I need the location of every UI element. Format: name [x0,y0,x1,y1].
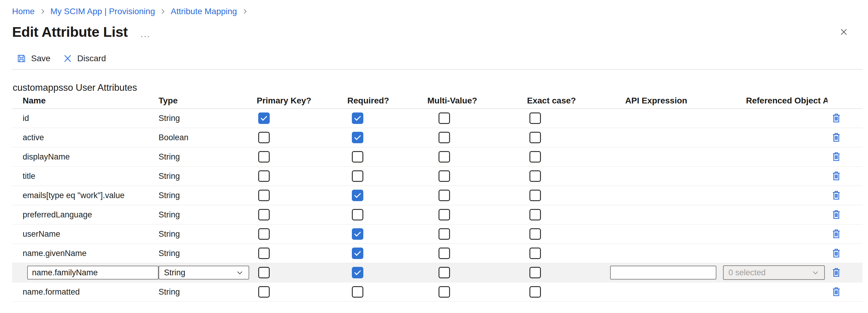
required-checkbox[interactable] [352,228,363,240]
attribute-name-cell: active [12,128,159,147]
multi-value-checkbox-cell [427,128,527,147]
trash-icon [831,132,842,143]
multi-value-checkbox[interactable] [438,112,450,124]
required-checkbox[interactable] [352,170,363,182]
delete-attribute-button[interactable] [830,247,842,260]
delete-attribute-button[interactable] [830,208,842,221]
delete-attribute-button[interactable] [830,112,842,125]
api-expression-cell [610,109,722,128]
primary-key-checkbox[interactable] [258,248,270,259]
attribute-row: name.givenNameString [12,244,863,263]
api-expression-cell [610,205,722,224]
multi-value-checkbox[interactable] [438,209,450,220]
required-checkbox[interactable] [352,267,363,278]
attribute-name-input[interactable] [27,266,159,280]
column-header-name: Name [12,96,159,106]
exact-case-checkbox[interactable] [529,151,541,163]
primary-key-checkbox[interactable] [258,170,270,182]
attribute-type-cell: Boolean [159,128,257,147]
attribute-type: Boolean [159,133,188,142]
required-checkbox[interactable] [352,248,363,259]
referenced-object-select[interactable]: 0 selected [723,265,825,280]
chevron-right-icon [39,8,46,15]
row-actions-cell [828,186,863,205]
api-expression-cell [610,167,722,185]
required-checkbox[interactable] [352,209,363,220]
delete-attribute-button[interactable] [830,189,842,202]
attribute-name-cell: name.formatted [12,283,159,301]
attribute-type-select[interactable]: String [159,266,249,280]
delete-attribute-button[interactable] [830,285,842,299]
primary-key-checkbox-cell [257,109,347,128]
required-checkbox[interactable] [352,112,363,124]
attribute-row: activeBoolean [12,128,863,147]
delete-attribute-button[interactable] [830,170,842,183]
exact-case-checkbox-cell [527,109,610,128]
multi-value-checkbox[interactable] [438,267,450,278]
attribute-type: String [159,249,180,258]
multi-value-checkbox[interactable] [438,190,450,201]
breadcrumb-provisioning[interactable]: My SCIM App | Provisioning [51,7,155,16]
exact-case-checkbox[interactable] [529,228,541,240]
exact-case-checkbox[interactable] [529,112,541,124]
column-header-exact-case: Exact case? [527,96,610,106]
multi-value-checkbox[interactable] [438,228,450,240]
attribute-name: displayName [23,152,70,162]
primary-key-checkbox[interactable] [258,112,270,124]
exact-case-checkbox[interactable] [529,132,541,143]
exact-case-checkbox-cell [527,263,610,282]
exact-case-checkbox[interactable] [529,286,541,298]
delete-attribute-button[interactable] [830,266,842,279]
exact-case-checkbox[interactable] [529,190,541,201]
column-header-multi-value: Multi-Value? [427,96,527,106]
delete-attribute-button[interactable] [830,131,842,144]
discard-button[interactable]: Discard [63,54,106,64]
primary-key-checkbox[interactable] [258,190,270,201]
primary-key-checkbox[interactable] [258,209,270,220]
exact-case-checkbox[interactable] [529,209,541,220]
exact-case-checkbox[interactable] [529,267,541,278]
attribute-type: String [159,210,180,219]
api-expression-input[interactable] [610,266,716,280]
chevron-right-icon [159,8,166,15]
multi-value-checkbox-cell [427,244,527,263]
delete-attribute-button[interactable] [830,150,842,164]
column-header-type: Type [159,96,257,106]
primary-key-checkbox-cell [257,244,347,263]
required-checkbox-cell [347,224,427,243]
referenced-object-cell [722,147,828,166]
primary-key-checkbox[interactable] [258,151,270,163]
save-button[interactable]: Save [16,54,51,64]
primary-key-checkbox[interactable] [258,286,270,298]
x-icon [63,54,73,64]
attribute-type: String [159,230,180,239]
breadcrumb-attribute-mapping[interactable]: Attribute Mapping [170,7,237,16]
exact-case-checkbox-cell [527,147,610,166]
primary-key-checkbox[interactable] [258,132,270,143]
exact-case-checkbox-cell [527,205,610,224]
breadcrumb-home[interactable]: Home [12,7,35,16]
attribute-name-cell: userName [12,224,159,243]
multi-value-checkbox[interactable] [438,286,450,298]
multi-value-checkbox[interactable] [438,132,450,143]
primary-key-checkbox[interactable] [258,228,270,240]
required-checkbox-cell [347,147,427,166]
attribute-type-cell: String [159,205,257,224]
close-button[interactable] [838,27,849,37]
exact-case-checkbox-cell [527,224,610,243]
row-actions-cell [828,147,863,166]
exact-case-checkbox[interactable] [529,248,541,259]
trash-icon [831,267,842,279]
required-checkbox[interactable] [352,286,363,298]
exact-case-checkbox[interactable] [529,170,541,182]
multi-value-checkbox[interactable] [438,248,450,259]
required-checkbox[interactable] [352,151,363,163]
delete-attribute-button[interactable] [830,228,842,241]
multi-value-checkbox[interactable] [438,170,450,182]
required-checkbox[interactable] [352,190,363,201]
required-checkbox[interactable] [352,132,363,143]
multi-value-checkbox[interactable] [438,151,450,163]
attribute-type-cell: String [159,224,257,243]
exact-case-checkbox-cell [527,167,610,185]
primary-key-checkbox[interactable] [258,267,270,278]
